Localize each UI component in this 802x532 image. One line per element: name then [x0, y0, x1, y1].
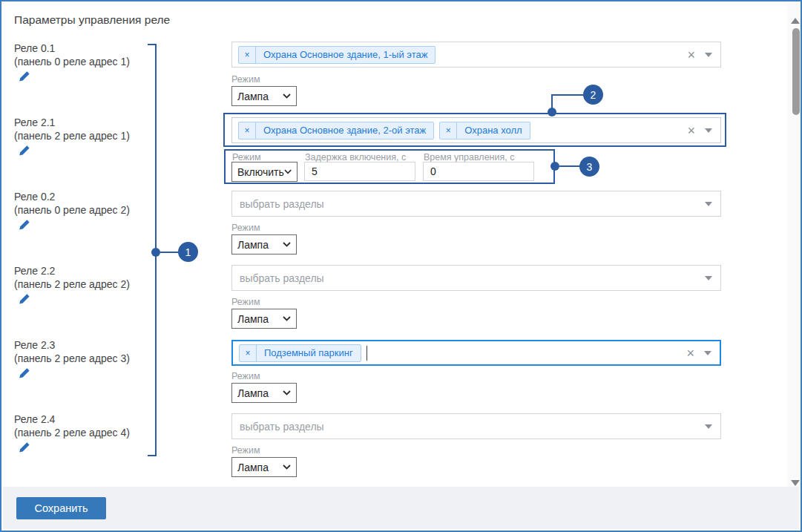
mode-select-value: Включить — [237, 166, 284, 178]
callout-2-line-h — [551, 94, 584, 96]
mode-select[interactable]: Лампа — [231, 383, 297, 403]
pencil-icon — [19, 367, 30, 379]
pencil-icon — [19, 293, 30, 305]
chevron-down-icon — [284, 169, 292, 174]
callout-1-badge: 1 — [178, 242, 198, 262]
scrollbar-thumb[interactable] — [792, 28, 800, 115]
relay-label-0-2: Реле 0.2 (панель 0 реле адрес 2) — [14, 191, 151, 217]
scrollbar-down-arrow[interactable] — [791, 480, 800, 486]
page-title: Параметры управления реле — [14, 13, 170, 27]
tag-label: Подземный паркинг — [257, 345, 361, 361]
multiselect-placeholder: выбрать разделы — [238, 272, 324, 284]
selected-tags: × Охрана Основное здание, 1-ый этаж — [238, 46, 435, 64]
dropdown-arrow-icon[interactable] — [705, 202, 712, 206]
mode-select[interactable]: Лампа — [231, 309, 297, 329]
pencil-icon — [19, 219, 30, 231]
sections-multiselect-relay-0-2[interactable]: выбрать разделы — [231, 191, 721, 217]
dropdown-arrow-icon[interactable] — [705, 128, 712, 133]
multiselect-controls — [705, 266, 712, 290]
mode-label: Режим — [231, 371, 260, 381]
multiselect-controls — [705, 191, 712, 216]
chevron-down-icon — [283, 93, 291, 99]
sections-multiselect-relay-2-4[interactable]: выбрать разделы — [231, 413, 721, 439]
relay-settings-window: Параметры управления реле Реле 0.1 (пане… — [0, 0, 802, 532]
delay-input[interactable] — [304, 162, 415, 181]
callout-3-badge: 3 — [579, 157, 599, 177]
pencil-icon — [19, 70, 30, 82]
text-cursor — [367, 346, 367, 361]
relay-label-2-4: Реле 2.4 (панель 2 реле адрес 4) — [14, 413, 151, 439]
edit-relay-button[interactable] — [19, 145, 30, 157]
relay-name: Реле 2.1 — [14, 116, 151, 130]
dropdown-arrow-icon[interactable] — [705, 424, 712, 429]
section-tag: × Охрана Основное здание, 2-ой этаж — [238, 122, 434, 139]
edit-relay-button[interactable] — [19, 70, 30, 82]
selected-tags: × Охрана Основное здание, 2-ой этаж × Ох… — [238, 122, 530, 139]
sections-multiselect-relay-2-2[interactable]: выбрать разделы — [231, 265, 721, 291]
relay-name: Реле 2.4 — [14, 413, 151, 427]
mode-select[interactable]: Лампа — [231, 234, 297, 254]
chevron-down-icon — [283, 242, 291, 247]
relay-panel-info: (панель 0 реле адрес 2) — [14, 204, 151, 217]
mode-label: Режим — [231, 445, 260, 456]
clear-selection-icon[interactable]: × — [686, 347, 694, 360]
relay-panel-info: (панель 0 реле адрес 1) — [14, 56, 151, 69]
multiselect-controls: × — [686, 341, 711, 364]
selected-tags: × Подземный паркинг — [239, 344, 361, 362]
relay-panel-info: (панель 2 реле адрес 3) — [14, 352, 151, 366]
clear-selection-icon[interactable]: × — [687, 124, 695, 137]
edit-relay-button[interactable] — [19, 293, 30, 305]
mode-label: Режим — [232, 152, 261, 162]
callout-2-badge: 2 — [583, 85, 603, 105]
clear-selection-icon[interactable]: × — [687, 48, 695, 62]
dropdown-arrow-icon[interactable] — [704, 351, 711, 355]
dropdown-arrow-icon[interactable] — [705, 53, 712, 57]
chevron-down-icon — [283, 464, 291, 470]
relay-name: Реле 0.2 — [14, 191, 151, 204]
relay-label-2-2: Реле 2.2 (панель 2 реле адрес 2) — [14, 265, 151, 291]
multiselect-controls: × — [687, 42, 712, 67]
tag-label: Охрана Основное здание, 1-ый этаж — [256, 47, 435, 63]
mode-select-value: Лампа — [237, 387, 269, 399]
callout-1-line — [160, 252, 180, 253]
sections-multiselect-relay-0-1[interactable]: × Охрана Основное здание, 1-ый этаж × — [231, 42, 721, 68]
callout-bracket-tick-top — [148, 44, 157, 45]
edit-relay-button[interactable] — [19, 219, 30, 231]
footer-bar: Сохранить — [3, 487, 799, 529]
edit-relay-button[interactable] — [19, 441, 30, 453]
mode-select[interactable]: Лампа — [231, 86, 297, 106]
delay-label: Задержка включения, с — [305, 152, 406, 162]
mode-select-value: Лампа — [237, 313, 269, 325]
chevron-down-icon — [283, 316, 291, 321]
relay-panel-info: (панель 2 реле адрес 1) — [14, 130, 151, 143]
pencil-icon — [19, 441, 30, 453]
sections-multiselect-relay-2-1[interactable]: × Охрана Основное здание, 2-ой этаж × Ох… — [231, 117, 721, 143]
relay-name: Реле 0.1 — [14, 42, 151, 56]
tag-remove-icon[interactable]: × — [239, 122, 256, 139]
sections-multiselect-relay-2-3[interactable]: × Подземный паркинг × — [231, 340, 721, 366]
section-tag: × Охрана холл — [439, 122, 530, 139]
section-tag: × Охрана Основное здание, 1-ый этаж — [238, 46, 435, 64]
multiselect-controls — [705, 414, 712, 439]
tag-label: Охрана холл — [457, 122, 529, 139]
relay-label-2-1: Реле 2.1 (панель 2 реле адрес 1) — [14, 116, 151, 142]
edit-relay-button[interactable] — [19, 367, 30, 379]
mode-select[interactable]: Включить — [231, 162, 298, 182]
mode-select-value: Лампа — [237, 462, 269, 473]
callout-3-line — [559, 165, 580, 167]
mode-select[interactable]: Лампа — [231, 457, 297, 477]
control-time-input[interactable] — [423, 162, 534, 181]
callout-2-dot — [548, 108, 556, 116]
relay-panel-info: (панель 2 реле адрес 2) — [14, 278, 151, 292]
tag-remove-icon[interactable]: × — [239, 47, 256, 63]
control-time-label: Время управления, с — [424, 152, 514, 162]
mode-label: Режим — [231, 223, 260, 233]
scrollbar-up-arrow[interactable] — [791, 18, 800, 24]
multiselect-controls: × — [687, 118, 712, 142]
section-tag: × Подземный паркинг — [239, 344, 361, 362]
tag-remove-icon[interactable]: × — [440, 122, 457, 139]
tag-remove-icon[interactable]: × — [240, 345, 257, 361]
dropdown-arrow-icon[interactable] — [705, 276, 712, 280]
save-button[interactable]: Сохранить — [16, 497, 106, 519]
callout-1-dot — [151, 248, 160, 257]
